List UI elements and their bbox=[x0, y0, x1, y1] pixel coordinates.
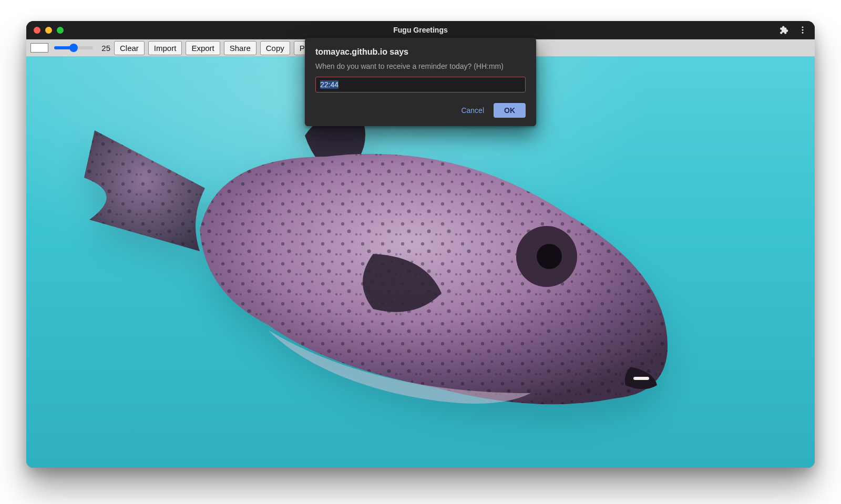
svg-point-10 bbox=[537, 244, 562, 269]
minimize-window-button[interactable] bbox=[45, 27, 52, 34]
import-button[interactable]: Import bbox=[148, 41, 182, 55]
svg-point-1 bbox=[802, 29, 804, 31]
extensions-icon[interactable] bbox=[779, 25, 788, 35]
brush-size-value: 25 bbox=[97, 44, 110, 53]
export-button[interactable]: Export bbox=[186, 41, 220, 55]
dialog-message: When do you want to receive a reminder t… bbox=[315, 62, 526, 70]
share-button[interactable]: Share bbox=[224, 41, 257, 55]
maximize-window-button[interactable] bbox=[57, 27, 64, 34]
dialog-input[interactable] bbox=[315, 77, 526, 92]
fugu-fish-image bbox=[79, 99, 710, 430]
kebab-menu-icon[interactable] bbox=[798, 25, 807, 35]
app-window: Fugu Greetings bbox=[26, 21, 815, 468]
dialog-origin: tomayac.github.io says bbox=[315, 47, 526, 57]
copy-button[interactable]: Copy bbox=[260, 41, 290, 55]
close-window-button[interactable] bbox=[34, 27, 40, 34]
dialog-ok-button[interactable]: OK bbox=[494, 103, 526, 118]
color-swatch[interactable] bbox=[30, 43, 48, 53]
titlebar: Fugu Greetings bbox=[26, 21, 815, 39]
svg-point-2 bbox=[802, 32, 804, 34]
clear-button[interactable]: Clear bbox=[114, 41, 145, 55]
window-title: Fugu Greetings bbox=[26, 26, 815, 34]
window-controls bbox=[34, 27, 64, 34]
prompt-dialog: tomayac.github.io says When do you want … bbox=[305, 38, 536, 126]
brush-size-slider[interactable] bbox=[54, 46, 93, 49]
svg-point-0 bbox=[802, 26, 804, 28]
dialog-cancel-button[interactable]: Cancel bbox=[461, 106, 484, 115]
